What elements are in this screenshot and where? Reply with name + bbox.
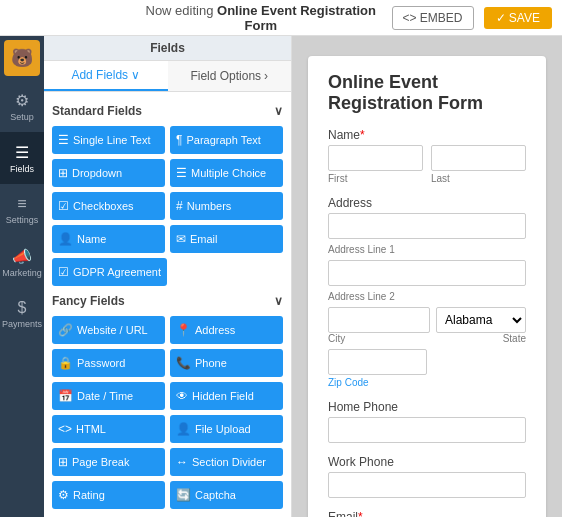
tabs-row: Add Fields ∨ Field Options › [44,61,291,92]
state-sublabel: State [503,333,526,344]
field-btn-numbers[interactable]: # Numbers [170,192,283,220]
field-btn-dropdown[interactable]: ⊞ Dropdown [52,159,165,187]
standard-section-label: Standard Fields [52,104,142,118]
sidebar-label-setup: Setup [10,112,34,122]
home-phone-label: Home Phone [328,400,526,414]
paragraph-label: Paragraph Text [186,134,260,146]
fancy-section-header: Fancy Fields ∨ [52,294,283,308]
sidebar-item-settings[interactable]: ≡ Settings [0,184,44,236]
name-last-col: Last [431,145,526,184]
address-line2-input[interactable] [328,260,526,286]
password-label: Password [77,357,125,369]
work-phone-input[interactable] [328,472,526,498]
sidebar-label-settings: Settings [6,215,39,225]
zipcode-sublabel: Zip Code [328,377,526,388]
field-btn-section-divider[interactable]: ↔ Section Divider [170,448,283,476]
tab-add-label: Add Fields [71,68,128,82]
sidebar-logo: 🐻 [4,40,40,76]
file-upload-icon: 👤 [176,422,191,436]
city-input[interactable] [328,307,430,333]
rating-label: Rating [73,489,105,501]
gdpr-icon: ☑ [58,265,69,279]
html-icon: <> [58,422,72,436]
field-btn-rating[interactable]: ⚙ Rating [52,481,165,509]
sidebar-label-fields: Fields [10,164,34,174]
password-icon: 🔒 [58,356,73,370]
single-line-label: Single Line Text [73,134,150,146]
tab-add-fields[interactable]: Add Fields ∨ [44,61,168,91]
state-select[interactable]: Alabama [436,307,526,333]
sidebar-item-payments[interactable]: $ Payments [0,288,44,340]
numbers-label: Numbers [187,200,232,212]
address-line1-input[interactable] [328,213,526,239]
fancy-section-label: Fancy Fields [52,294,125,308]
form-title: Online Event Registration Form [328,72,526,114]
zipcode-input[interactable] [328,349,427,375]
name-field-label: Name* [328,128,526,142]
field-btn-website[interactable]: 🔗 Website / URL [52,316,165,344]
name-first-input[interactable] [328,145,423,171]
dropdown-icon: ⊞ [58,166,68,180]
html-label: HTML [76,423,106,435]
page-break-icon: ⊞ [58,455,68,469]
single-line-icon: ☰ [58,133,69,147]
phone-label: Phone [195,357,227,369]
address-label: Address [195,324,235,336]
field-btn-page-break[interactable]: ⊞ Page Break [52,448,165,476]
field-btn-gdpr[interactable]: ☑ GDPR Agreement [52,258,167,286]
tab-add-chevron: ∨ [131,68,140,82]
marketing-icon: 📣 [12,247,32,266]
save-button[interactable]: ✓ SAVE [484,7,552,29]
email-icon: ✉ [176,232,186,246]
section-divider-label: Section Divider [192,456,266,468]
embed-button[interactable]: <> EMBED [392,6,474,30]
field-btn-paragraph[interactable]: ¶ Paragraph Text [170,126,283,154]
address-line1-sublabel: Address Line 1 [328,244,526,255]
name-last-label: Last [431,173,526,184]
editing-prefix: Now editing [146,3,214,18]
field-btn-captcha[interactable]: 🔄 Captcha [170,481,283,509]
paragraph-icon: ¶ [176,133,182,147]
field-btn-address[interactable]: 📍 Address [170,316,283,344]
phone-icon: 📞 [176,356,191,370]
form-field-work-phone: Work Phone [328,455,526,498]
top-bar: Now editing Online Event Registration Fo… [0,0,562,36]
name-last-input[interactable] [431,145,526,171]
multiple-choice-icon: ☰ [176,166,187,180]
form-field-email: Email* [328,510,526,517]
field-btn-name[interactable]: 👤 Name [52,225,165,253]
form-field-name: Name* First Last [328,128,526,184]
field-btn-phone[interactable]: 📞 Phone [170,349,283,377]
standard-section-chevron: ∨ [274,104,283,118]
field-btn-single-line[interactable]: ☰ Single Line Text [52,126,165,154]
field-btn-checkboxes[interactable]: ☑ Checkboxes [52,192,165,220]
datetime-icon: 📅 [58,389,73,403]
field-btn-hidden[interactable]: 👁 Hidden Field [170,382,283,410]
field-btn-email[interactable]: ✉ Email [170,225,283,253]
tab-options-chevron: › [264,69,268,83]
standard-section-header: Standard Fields ∨ [52,104,283,118]
fields-icon: ☰ [15,143,29,162]
field-btn-file-upload[interactable]: 👤 File Upload [170,415,283,443]
field-btn-multiple-choice[interactable]: ☰ Multiple Choice [170,159,283,187]
field-btn-datetime[interactable]: 📅 Date / Time [52,382,165,410]
sidebar-label-payments: Payments [2,319,42,329]
website-label: Website / URL [77,324,148,336]
multiple-choice-label: Multiple Choice [191,167,266,179]
home-phone-input[interactable] [328,417,526,443]
checkboxes-label: Checkboxes [73,200,134,212]
field-btn-html[interactable]: <> HTML [52,415,165,443]
sidebar-item-fields[interactable]: ☰ Fields [0,132,44,184]
settings-icon: ≡ [17,195,26,213]
section-divider-icon: ↔ [176,455,188,469]
checkboxes-icon: ☑ [58,199,69,213]
sidebar-item-setup[interactable]: ⚙ Setup [0,80,44,132]
sidebar-item-marketing[interactable]: 📣 Marketing [0,236,44,288]
fields-content: Standard Fields ∨ ☰ Single Line Text ¶ P… [44,92,291,517]
email-field-label: Email* [328,510,526,517]
name-label: Name [77,233,106,245]
address-field-label: Address [328,196,526,210]
main-layout: 🐻 ⚙ Setup ☰ Fields ≡ Settings 📣 Marketin… [0,36,562,517]
field-btn-password[interactable]: 🔒 Password [52,349,165,377]
tab-field-options[interactable]: Field Options › [168,61,292,91]
